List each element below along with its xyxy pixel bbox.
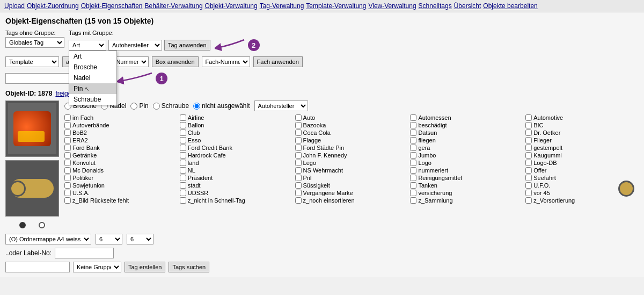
fach-nummer-select[interactable]: Fach-Nummer xyxy=(202,56,250,67)
checkbox-ford-städte-pin[interactable] xyxy=(295,145,302,151)
checkbox-era2[interactable] xyxy=(64,137,71,143)
checkbox-präsident[interactable] xyxy=(180,175,186,181)
checkbox-item: Ford Bank xyxy=(64,145,178,151)
checkbox-konvolut[interactable] xyxy=(64,160,71,166)
checkbox-flagge[interactable] xyxy=(295,137,302,143)
radio-schraube[interactable]: Schraube xyxy=(153,102,189,110)
radio-dot-1[interactable] xyxy=(19,222,26,228)
checkbox-fliegen[interactable] xyxy=(410,137,416,143)
checkbox-ballon[interactable] xyxy=(180,122,186,128)
checkbox-logo-db[interactable] xyxy=(525,160,532,166)
checkbox-esso[interactable] xyxy=(180,137,186,143)
nav-objekt-verwaltung[interactable]: Objekt-Verwaltung xyxy=(205,2,258,10)
nav-template-verwaltung[interactable]: Template-Verwaltung xyxy=(306,2,366,10)
checkbox-seefahrt[interactable] xyxy=(525,175,532,181)
checkbox-z_noch-einsortieren[interactable] xyxy=(295,197,302,204)
radio-nicht-ausgewaehlt[interactable]: nicht ausgewählt xyxy=(193,102,250,110)
tag-create-input[interactable] xyxy=(5,262,70,272)
checkbox-bazooka[interactable] xyxy=(295,122,302,128)
checkbox-land[interactable] xyxy=(180,160,186,166)
checkbox-reinigungsmittel[interactable] xyxy=(410,175,416,181)
checkbox-lego[interactable] xyxy=(295,160,302,166)
tags-mit-gruppe-select[interactable]: Art xyxy=(69,40,106,51)
checkbox-datsun[interactable] xyxy=(410,129,416,136)
keine-gruppe-select[interactable]: Keine Gruppe xyxy=(73,262,121,272)
checkbox-john-f.-kennedy[interactable] xyxy=(295,152,302,159)
checkbox-süssigkeit[interactable] xyxy=(295,182,302,189)
template-select[interactable]: Template xyxy=(5,56,59,67)
tag-anwenden-button[interactable]: Tag anwenden xyxy=(164,40,210,51)
checkbox-u.s.a.[interactable] xyxy=(64,190,71,196)
checkbox-tanken[interactable] xyxy=(410,182,416,189)
tags-ohne-gruppe-select[interactable]: Globales Tag xyxy=(5,37,64,48)
checkbox-flieger[interactable] xyxy=(525,137,532,143)
nav-schnelltags[interactable]: Schnelltags xyxy=(419,2,452,10)
checkbox-logo[interactable] xyxy=(410,160,416,166)
fach-anwenden-button[interactable]: Fach anwenden xyxy=(253,56,303,67)
tags-suchen-button[interactable]: Tags suchen xyxy=(169,262,209,272)
box-anwenden-button[interactable]: Box anwenden xyxy=(152,56,199,67)
tag-erstellen-button[interactable]: Tag erstellen xyxy=(125,262,165,272)
nav-tag-verwaltung[interactable]: Tag-Verwaltung xyxy=(260,2,304,10)
nav-uebersicht[interactable]: Übersicht xyxy=(454,2,481,10)
bottom-select1[interactable]: 6 xyxy=(96,234,122,244)
checkbox-sowjetunion[interactable] xyxy=(64,182,71,189)
checkbox-im-fach[interactable] xyxy=(64,114,71,121)
checkbox-getränke[interactable] xyxy=(64,152,71,159)
checkbox-mc-donalds[interactable] xyxy=(64,167,71,174)
checkbox-airline[interactable] xyxy=(180,114,186,121)
nav-behaelter-verwaltung[interactable]: Behälter-Verwaltung xyxy=(145,2,203,10)
checkbox-ford-credit-bank[interactable] xyxy=(180,145,186,151)
checkbox-vor-45[interactable] xyxy=(525,190,532,196)
checkbox-beschädigt[interactable] xyxy=(410,122,416,128)
checkbox-coca-cola[interactable] xyxy=(295,129,302,136)
label-no-input[interactable] xyxy=(55,248,114,258)
ordnermappe-select[interactable]: (O) Ordnermappe A4 weiss xyxy=(5,234,91,244)
bottom-select2[interactable]: 6 xyxy=(127,234,153,244)
nav-objekt-zuordnung[interactable]: Objekt-Zuordnung xyxy=(27,2,79,10)
checkbox-bic[interactable] xyxy=(525,122,532,128)
autohersteller-type-select[interactable]: Autohersteller xyxy=(254,100,308,111)
checkbox-stadt[interactable] xyxy=(180,182,186,189)
checkbox-hardrock-cafe[interactable] xyxy=(180,152,186,159)
nav-objekt-eigenschaften[interactable]: Objekt-Eigenschaften xyxy=(81,2,143,10)
radio-pin[interactable]: Pin xyxy=(130,102,148,110)
checkbox-udssr[interactable] xyxy=(180,190,186,196)
checkbox-politiker[interactable] xyxy=(64,175,71,181)
checkbox-gestempelt[interactable] xyxy=(525,145,532,151)
checkbox-dr.-oetker[interactable] xyxy=(525,129,532,136)
checkbox-bob2[interactable] xyxy=(64,129,71,136)
checkbox-club[interactable] xyxy=(180,129,186,136)
checkbox-ford-bank[interactable] xyxy=(64,145,71,151)
autohersteller-select[interactable]: Autohersteller xyxy=(108,40,162,51)
dropdown-item-art[interactable]: Art xyxy=(69,51,116,62)
checkbox-kaugummi[interactable] xyxy=(525,152,532,159)
checkbox-ns-wehrmacht[interactable] xyxy=(295,167,302,174)
nav-objekte-bearbeiten[interactable]: Objekte bearbeiten xyxy=(483,2,537,10)
checkbox-nl[interactable] xyxy=(180,167,186,174)
checkbox-z_vorsortierung[interactable] xyxy=(525,197,532,204)
checkbox-auto[interactable] xyxy=(295,114,302,121)
checkbox-pril[interactable] xyxy=(295,175,302,181)
checkbox-offer[interactable] xyxy=(525,167,532,174)
checkbox-z_sammlung[interactable] xyxy=(410,197,416,204)
checkbox-label: ERA2 xyxy=(72,137,88,143)
checkbox-automotive[interactable] xyxy=(525,114,532,121)
checkbox-autoverbände[interactable] xyxy=(64,122,71,128)
checkbox-gera[interactable] xyxy=(410,145,416,151)
checkbox-z_bild-rückseite-fehlt[interactable] xyxy=(64,197,71,204)
dropdown-item-brosche[interactable]: Brosche xyxy=(69,62,116,73)
radio-dot-2[interactable] xyxy=(39,222,45,228)
checkbox-jumbo[interactable] xyxy=(410,152,416,159)
checkbox-versicherung[interactable] xyxy=(410,190,416,196)
checkbox-automessen[interactable] xyxy=(410,114,416,121)
dropdown-item-pin[interactable]: Pin ↖ xyxy=(69,83,116,94)
dropdown-item-schraube[interactable]: Schraube xyxy=(69,94,116,105)
checkbox-z_nicht-in-schnell-tag[interactable] xyxy=(180,197,186,204)
nav-view-verwaltung[interactable]: View-Verwaltung xyxy=(368,2,416,10)
checkbox-nummeriert[interactable] xyxy=(410,167,416,174)
checkbox-vergangene-marke[interactable] xyxy=(295,190,302,196)
dropdown-item-nadel[interactable]: Nadel xyxy=(69,73,116,83)
nav-upload[interactable]: Upload xyxy=(4,2,25,10)
checkbox-u.f.o.[interactable] xyxy=(525,182,532,189)
